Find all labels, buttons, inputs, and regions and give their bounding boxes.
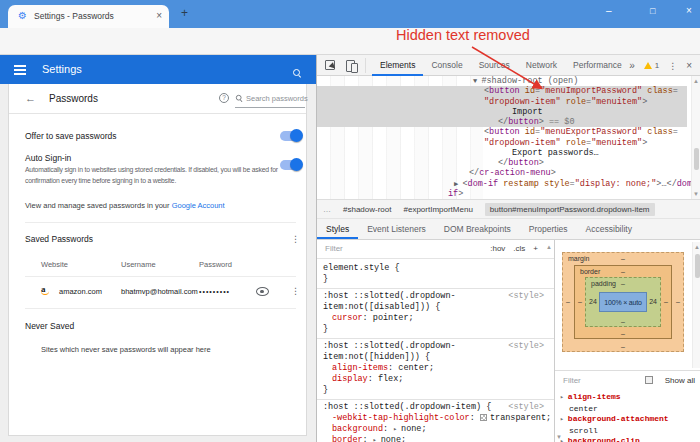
dom-tree-line[interactable]: ▼ #shadow-root (open) [317, 76, 687, 86]
style-property[interactable]: -webkit-tap-highlight-color: transparent… [317, 413, 554, 424]
rule-selector[interactable]: item:not([disabled])) { [317, 302, 554, 313]
computed-filter-input[interactable]: Filter [563, 376, 581, 385]
dom-tree-line[interactable]: "dropdown-item" role="menuitem"> [317, 97, 687, 107]
password-row-menu-icon[interactable]: ⋮ [291, 286, 300, 296]
padding-bottom-value[interactable]: – [586, 318, 660, 325]
scrollbar-thumb[interactable] [694, 148, 699, 170]
show-all-checkbox[interactable] [645, 376, 653, 384]
styles-filter-input[interactable]: Filter [325, 244, 343, 253]
browser-tab[interactable]: ⚙ Settings - Passwords × [8, 5, 169, 28]
more-tabs-icon[interactable]: » [629, 61, 635, 71]
rule-selector[interactable]: :host ::slotted(.dropdown-<style> [317, 341, 554, 352]
box-model-border[interactable]: border – – – – padding – – 24 24 100% × … [574, 265, 672, 339]
window-close-button[interactable]: × [686, 4, 692, 18]
manage-prefix: View and manage saved passwords in your [25, 201, 172, 210]
offer-to-save-toggle[interactable] [280, 131, 302, 141]
style-property[interactable]: background: ▸ none; [317, 424, 554, 435]
show-password-eye-icon[interactable] [256, 287, 269, 296]
margin-top-value[interactable]: – [563, 255, 683, 262]
box-model-margin[interactable]: margin – – – – border – – – – padding – [562, 252, 684, 352]
saved-passwords-menu-icon[interactable]: ⋮ [291, 234, 300, 244]
padding-right-value[interactable]: 24 [649, 298, 657, 305]
scroll-up-icon[interactable]: ▲ [693, 78, 699, 84]
tab-console[interactable]: Console [423, 55, 470, 76]
new-rule-button[interactable]: + [533, 244, 538, 253]
dom-tree-line[interactable]: if> [317, 189, 687, 199]
margin-bottom-value[interactable]: – [563, 343, 683, 350]
search-passwords-input[interactable]: Search passwords [235, 91, 305, 108]
inspect-element-icon[interactable] [325, 60, 335, 70]
hamburger-menu-icon[interactable] [14, 65, 26, 77]
hov-button[interactable]: :hov [490, 244, 505, 253]
sidebar-tab-properties[interactable]: Properties [520, 219, 577, 239]
padding-top-value[interactable]: – [586, 280, 660, 287]
sidebar-tab-accessibility[interactable]: Accessibility [577, 219, 641, 239]
new-tab-button[interactable]: + [181, 6, 188, 20]
tab-performance[interactable]: Performance [565, 55, 630, 76]
dom-tree-line[interactable]: </button> [317, 158, 687, 168]
border-top-value[interactable]: – [575, 268, 671, 275]
dom-tree-line[interactable]: ▶ <dom-if restamp style="display: none;"… [317, 179, 687, 189]
style-property[interactable]: cursor: pointer; [317, 313, 554, 324]
auto-signin-toggle[interactable] [280, 160, 302, 170]
padding-left-value[interactable]: 24 [589, 298, 597, 305]
devtools-tabs: ElementsConsoleSourcesNetworkPerformance [372, 55, 630, 76]
margin-left-value[interactable]: – [566, 298, 570, 305]
box-model-content[interactable]: 100% × auto [599, 292, 647, 312]
rule-selector[interactable]: element.style { [317, 263, 554, 274]
warning-badge[interactable]: 1 [644, 61, 659, 70]
dom-tree-line[interactable]: <button id="menuExportPassword" class= [317, 127, 687, 137]
google-account-link[interactable]: Google Account [172, 201, 225, 210]
back-arrow-icon[interactable]: ← [25, 92, 36, 104]
dom-tree-line[interactable]: "dropdown-item" role="menuitem"> [317, 138, 687, 148]
color-swatch [480, 414, 487, 421]
style-property[interactable]: display: flex; [317, 374, 554, 385]
tab-network[interactable]: Network [518, 55, 565, 76]
dom-tree-line[interactable]: </button> == $0 [317, 117, 687, 127]
box-model-padding[interactable]: padding – – 24 24 100% × auto [585, 277, 661, 327]
rule-selector[interactable]: item:not([hidden])) { [317, 352, 554, 363]
rule-selector[interactable]: :host ::slotted(.dropdown-item) {<style> [317, 402, 554, 413]
tab-elements[interactable]: Elements [372, 55, 423, 76]
settings-search-icon[interactable] [293, 64, 302, 82]
computed-scroll-down-icon[interactable]: ▼ [556, 434, 699, 440]
dom-tree-line[interactable]: Export passwords… [317, 148, 687, 158]
rule-selector[interactable]: :host ::slotted(.dropdown-<style> [317, 291, 554, 302]
stylesheet-link[interactable]: <style> [508, 402, 544, 413]
border-left-value[interactable]: – [578, 298, 582, 305]
elements-scrollbar[interactable]: ▲ ▼ [691, 76, 700, 199]
scroll-down-icon[interactable]: ▼ [693, 191, 699, 197]
computed-property[interactable]: ▸ align-itemscenter [555, 392, 700, 414]
border-right-value[interactable]: – [664, 298, 668, 305]
stylesheet-link[interactable]: <style> [508, 291, 544, 302]
scroll-up-icon[interactable]: ▲ [694, 244, 700, 250]
sidebar-tab-dom-breakpoints[interactable]: DOM Breakpoints [435, 219, 520, 239]
style-property[interactable]: border: ▸ none; [317, 435, 554, 442]
help-icon[interactable]: ? [219, 93, 229, 103]
cls-button[interactable]: .cls [513, 244, 525, 253]
box-model-scrollbar[interactable]: ▲ [692, 242, 700, 368]
styles-scroll-up-icon[interactable]: ▲ [546, 244, 552, 250]
stylesheet-link[interactable]: <style> [508, 341, 544, 352]
breadcrumb--exportimportmenu[interactable]: #exportImportMenu [403, 205, 472, 214]
breadcrumb--shadow-root[interactable]: #shadow-root [343, 205, 391, 214]
tab-sources[interactable]: Sources [471, 55, 518, 76]
devtools-menu-icon[interactable]: ⋮ [668, 61, 677, 71]
breadcrumb-ellipsis[interactable]: … [323, 205, 331, 214]
devtools-close-icon[interactable]: × [686, 61, 692, 71]
tab-close-icon[interactable]: × [156, 10, 162, 22]
dom-tree-line[interactable]: <button id="menuImportPassword" class= [317, 86, 687, 96]
device-toolbar-icon[interactable] [346, 59, 359, 72]
window-maximize-button[interactable]: □ [650, 4, 655, 18]
computed-property[interactable]: ▸ background-attachmentscroll [555, 414, 700, 436]
border-bottom-value[interactable]: – [575, 330, 671, 337]
breadcrumb-button-menuimportpassword-dropdown-item[interactable]: button#menuImportPassword.dropdown-item [485, 203, 655, 216]
sidebar-tab-event-listeners[interactable]: Event Listeners [358, 219, 435, 239]
dom-tree-line[interactable]: Import [317, 107, 687, 117]
dom-tree-line[interactable]: </cr-action-menu> [317, 168, 687, 178]
sidebar-tab-styles[interactable]: Styles [317, 219, 358, 239]
window-minimize-button[interactable]: – [606, 4, 612, 18]
margin-right-value[interactable]: – [676, 298, 680, 305]
style-property[interactable]: align-items: center; [317, 363, 554, 374]
scrollbar-thumb[interactable] [695, 254, 700, 278]
